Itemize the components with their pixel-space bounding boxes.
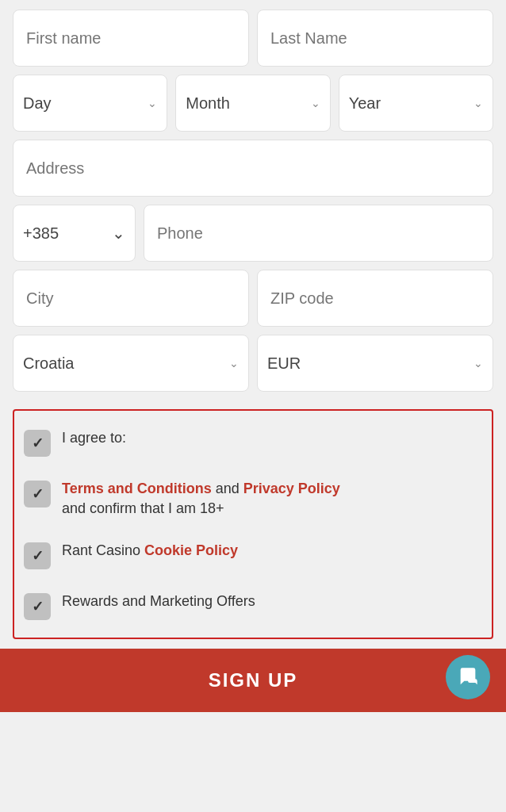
terms-text-block: Terms and Conditions and Privacy Policy … <box>62 479 482 519</box>
address-input[interactable] <box>26 159 480 178</box>
cookie-prefix: Rant Casino <box>62 542 144 558</box>
country-code-select[interactable]: +385 ⌄ <box>13 205 136 262</box>
last-name-input[interactable] <box>270 29 480 48</box>
bottom-area: SIGN UP <box>0 649 506 712</box>
day-label: Day <box>23 94 52 113</box>
agree-checkbox[interactable]: ✓ <box>24 430 51 457</box>
rewards-checkbox[interactable]: ✓ <box>24 593 51 620</box>
privacy-link[interactable]: Privacy Policy <box>243 481 340 496</box>
country-label: Croatia <box>23 354 74 373</box>
consent-item-cookie: ✓ Rant Casino Cookie Policy <box>24 530 482 580</box>
phone-field[interactable] <box>144 205 493 262</box>
city-field[interactable] <box>13 270 249 327</box>
month-label: Month <box>186 94 230 113</box>
terms-checkmark: ✓ <box>32 485 44 503</box>
rewards-checkmark: ✓ <box>32 598 44 615</box>
phone-input[interactable] <box>157 224 480 243</box>
country-select[interactable]: Croatia ⌄ <box>13 335 249 392</box>
agree-text: I agree to: <box>62 428 482 448</box>
currency-chevron-icon: ⌄ <box>473 357 483 370</box>
address-field[interactable] <box>13 140 493 197</box>
country-chevron-icon: ⌄ <box>229 357 239 370</box>
rewards-text: Rewards and Marketing Offers <box>62 592 482 611</box>
phone-row: +385 ⌄ <box>13 205 493 262</box>
and-connector: and <box>212 481 243 496</box>
chat-icon <box>457 666 479 688</box>
day-select[interactable]: Day ⌄ <box>13 75 167 132</box>
last-name-field[interactable] <box>257 10 493 67</box>
chat-button[interactable] <box>446 655 490 699</box>
name-row <box>13 10 493 67</box>
currency-label: EUR <box>267 354 301 373</box>
consent-section: ✓ I agree to: ✓ Terms and Conditions and… <box>13 409 493 639</box>
country-currency-row: Croatia ⌄ EUR ⌄ <box>13 335 493 392</box>
first-name-input[interactable] <box>26 29 236 48</box>
currency-select[interactable]: EUR ⌄ <box>257 335 493 392</box>
agree-checkmark: ✓ <box>32 435 44 452</box>
year-chevron-icon: ⌄ <box>473 97 483 109</box>
country-code-value: +385 <box>23 224 59 243</box>
day-chevron-icon: ⌄ <box>148 97 157 109</box>
confirm-age-text: and confirm that I am 18+ <box>62 500 224 516</box>
cookie-link[interactable]: Cookie Policy <box>144 542 238 558</box>
consent-item-terms: ✓ Terms and Conditions and Privacy Polic… <box>24 468 482 530</box>
city-input[interactable] <box>26 289 236 308</box>
zip-input[interactable] <box>270 289 480 308</box>
cookie-checkbox[interactable]: ✓ <box>24 542 51 569</box>
signup-label: SIGN UP <box>209 669 298 691</box>
month-select[interactable]: Month ⌄ <box>175 75 330 132</box>
consent-item-rewards: ✓ Rewards and Marketing Offers <box>24 580 482 631</box>
city-zip-row <box>13 270 493 327</box>
first-name-field[interactable] <box>13 10 249 67</box>
country-code-chevron-icon: ⌄ <box>112 224 125 243</box>
year-label: Year <box>349 94 381 113</box>
month-chevron-icon: ⌄ <box>311 97 320 109</box>
dob-row: Day ⌄ Month ⌄ Year ⌄ <box>13 75 493 132</box>
terms-link[interactable]: Terms and Conditions <box>62 481 212 496</box>
terms-checkbox[interactable]: ✓ <box>24 481 51 508</box>
signup-button[interactable]: SIGN UP <box>0 649 506 712</box>
year-select[interactable]: Year ⌄ <box>339 75 493 132</box>
cookie-checkmark: ✓ <box>32 547 44 565</box>
consent-item-agree: ✓ I agree to: <box>24 417 482 468</box>
cookie-text-block: Rant Casino Cookie Policy <box>62 541 482 561</box>
zip-field[interactable] <box>257 270 493 327</box>
